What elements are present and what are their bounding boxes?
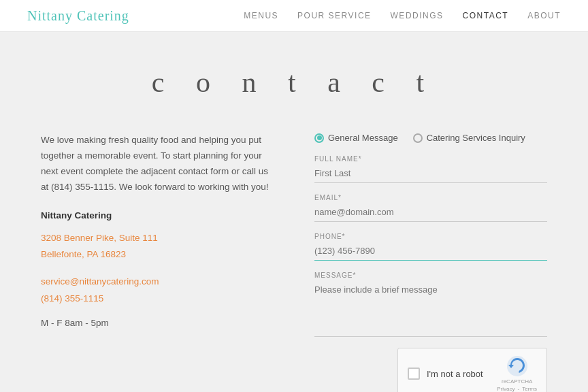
captcha-right: reCAPTCHA Privacy - Terms [497,355,537,392]
nav-item-menus[interactable]: MENUS [244,10,278,21]
captcha-box: I'm not a robot reCAPTCHA Privacy - Term… [397,348,547,392]
captcha-terms[interactable]: Terms [522,386,537,392]
nav-item-contact[interactable]: CONTACT [463,10,509,21]
phone-link[interactable]: (814) 355-1115 [41,291,274,307]
hours-text: M - F 8am - 5pm [41,318,274,328]
fullname-input[interactable] [314,165,547,183]
address-line2[interactable]: Bellefonte, PA 16823 [41,246,274,263]
main-content: c o n t a c t We love making fresh quali… [0,32,588,392]
email-label: EMAIL* [314,194,547,201]
radio-catering-inquiry[interactable]: Catering Services Inquiry [413,133,525,143]
nav-links: MENUS POUR SERVICE WEDDINGS CONTACT ABOU… [244,10,561,21]
message-group: MESSAGE* [314,272,547,325]
form-divider [314,336,547,337]
radio-circle-catering [413,133,423,143]
navbar: Nittany Catering MENUS POUR SERVICE WEDD… [0,0,588,32]
radio-group: General Message Catering Services Inquir… [314,133,547,143]
site-logo[interactable]: Nittany Catering [27,8,129,24]
email-group: EMAIL* [314,194,547,222]
phone-label: PHONE* [314,233,547,240]
phone-group: PHONE* [314,233,547,261]
fullname-label: FULL NAME* [314,155,547,163]
address-block: 3208 Benner Pike, Suite 111 Bellefonte, … [41,230,274,263]
phone-input[interactable] [314,243,547,261]
message-input[interactable] [314,282,547,323]
radio-label-general: General Message [328,133,398,143]
captcha-left: I'm not a robot [408,368,483,380]
radio-circle-general [314,133,324,143]
captcha-label: I'm not a robot [427,369,483,379]
right-column: General Message Catering Services Inquir… [314,133,547,392]
page-title: c o n t a c t [41,66,547,99]
radio-general-message[interactable]: General Message [314,133,398,143]
address-line1[interactable]: 3208 Benner Pike, Suite 111 [41,230,274,246]
nav-item-weddings[interactable]: WEDDINGS [391,10,444,21]
nav-item-pour-service[interactable]: POUR SERVICE [297,10,371,21]
email-input[interactable] [314,204,547,222]
recaptcha-brand: reCAPTCHA [502,378,532,385]
email-link[interactable]: service@nittanycatering.com [41,274,274,290]
nav-item-about[interactable]: ABOUT [527,10,561,21]
left-column: We love making fresh quality food and he… [41,133,274,392]
intro-text: We love making fresh quality food and he… [41,133,274,195]
company-name: Nittany Catering [41,210,274,220]
content-columns: We love making fresh quality food and he… [41,133,547,392]
recaptcha-logo-icon [506,355,528,377]
message-label: MESSAGE* [314,272,547,279]
captcha-privacy[interactable]: Privacy [497,386,514,392]
captcha-links: Privacy - Terms [497,386,537,392]
radio-label-catering: Catering Services Inquiry [427,133,525,143]
fullname-group: FULL NAME* [314,155,547,183]
captcha-checkbox[interactable] [408,368,420,380]
contact-links: service@nittanycatering.com (814) 355-11… [41,274,274,307]
